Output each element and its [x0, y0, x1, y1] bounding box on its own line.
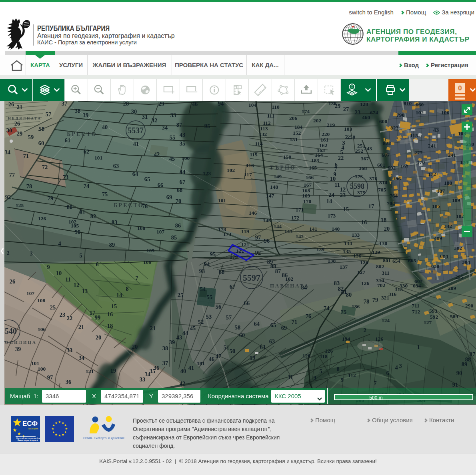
- svg-text:България: България: [28, 427, 38, 430]
- svg-text:ЕСФ: ЕСФ: [22, 420, 38, 427]
- svg-text:ОПАК. Експерти в действие: ОПАК. Експерти в действие: [83, 436, 125, 440]
- svg-text:Инвестиции в хората: Инвестиции в хората: [18, 439, 38, 441]
